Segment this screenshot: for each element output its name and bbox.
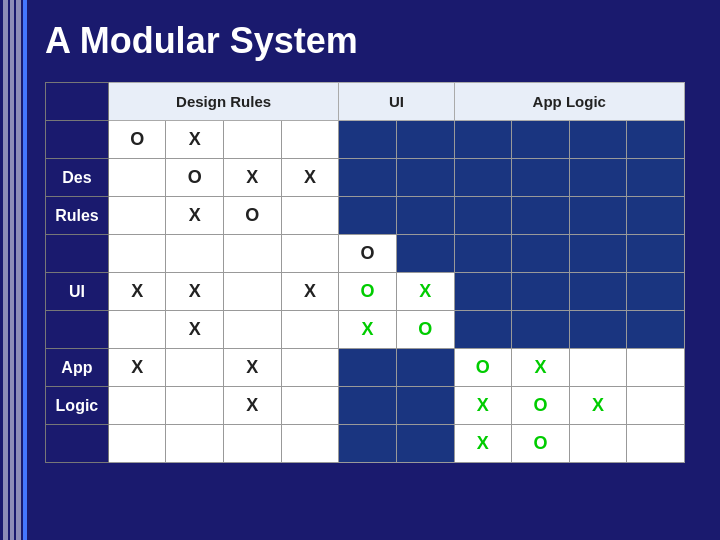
- table-cell: [569, 121, 627, 159]
- table-cell: [108, 197, 166, 235]
- table-cell: X: [454, 387, 512, 425]
- cell-value: X: [246, 357, 258, 377]
- table-cell: X: [166, 311, 224, 349]
- cell-value: O: [188, 167, 202, 187]
- table-row: XXO: [46, 311, 685, 349]
- row-label: [46, 425, 109, 463]
- stripe-2: [10, 0, 15, 540]
- table-cell: [281, 387, 339, 425]
- table-cell: [512, 197, 570, 235]
- table-cell: [627, 311, 685, 349]
- table-cell: [166, 387, 224, 425]
- table-cell: [627, 349, 685, 387]
- table-cell: [166, 235, 224, 273]
- table-cell: [108, 159, 166, 197]
- cell-value: O: [533, 433, 547, 453]
- table-row: OX: [46, 121, 685, 159]
- cell-value: X: [189, 319, 201, 339]
- table-cell: X: [396, 273, 454, 311]
- cell-value: O: [245, 205, 259, 225]
- stripe-blue: [23, 0, 28, 540]
- table-cell: [454, 159, 512, 197]
- table-cell: [396, 121, 454, 159]
- table-cell: [512, 235, 570, 273]
- table-cell: O: [224, 197, 282, 235]
- cell-value: X: [189, 129, 201, 149]
- table-cell: X: [512, 349, 570, 387]
- table-wrapper: Design Rules UI App Logic OXDesOXXRulesX…: [45, 82, 685, 463]
- cell-value: X: [246, 167, 258, 187]
- header-row: Design Rules UI App Logic: [46, 83, 685, 121]
- table-cell: [339, 349, 397, 387]
- table-cell: [396, 159, 454, 197]
- row-label: [46, 121, 109, 159]
- row-label: Logic: [46, 387, 109, 425]
- table-cell: [627, 387, 685, 425]
- cell-value: X: [362, 319, 374, 339]
- table-cell: [454, 235, 512, 273]
- table-cell: [396, 235, 454, 273]
- row-label: [46, 235, 109, 273]
- table-cell: [339, 387, 397, 425]
- table-cell: X: [166, 197, 224, 235]
- table-cell: [396, 197, 454, 235]
- table-cell: [569, 311, 627, 349]
- cell-value: O: [533, 395, 547, 415]
- table-cell: [166, 425, 224, 463]
- table-cell: [108, 425, 166, 463]
- cell-value: X: [304, 281, 316, 301]
- table-row: RulesXO: [46, 197, 685, 235]
- stripe-1: [3, 0, 8, 540]
- table-cell: X: [569, 387, 627, 425]
- table-cell: [339, 425, 397, 463]
- table-cell: [281, 235, 339, 273]
- table-cell: X: [224, 387, 282, 425]
- table-cell: O: [339, 235, 397, 273]
- table-cell: [569, 425, 627, 463]
- table-row: O: [46, 235, 685, 273]
- table-cell: [281, 349, 339, 387]
- table-row: XO: [46, 425, 685, 463]
- table-cell: X: [281, 159, 339, 197]
- table-cell: [339, 197, 397, 235]
- table-cell: [627, 235, 685, 273]
- cell-value: X: [189, 281, 201, 301]
- corner-cell: [46, 83, 109, 121]
- table-cell: [281, 311, 339, 349]
- page-title: A Modular System: [45, 20, 710, 62]
- table-cell: X: [108, 273, 166, 311]
- cell-value: O: [418, 319, 432, 339]
- table-cell: X: [454, 425, 512, 463]
- row-label: UI: [46, 273, 109, 311]
- table-cell: X: [224, 349, 282, 387]
- main-content: A Modular System Design Rules UI App Log…: [35, 20, 710, 530]
- table-cell: [224, 235, 282, 273]
- table-cell: [627, 273, 685, 311]
- table-cell: O: [339, 273, 397, 311]
- table-row: AppXXOX: [46, 349, 685, 387]
- table-cell: [281, 197, 339, 235]
- cell-value: X: [534, 357, 546, 377]
- table-cell: [166, 349, 224, 387]
- cell-value: X: [246, 395, 258, 415]
- table-cell: O: [512, 425, 570, 463]
- table-row: DesOXX: [46, 159, 685, 197]
- table-cell: O: [454, 349, 512, 387]
- table-cell: [627, 121, 685, 159]
- table-cell: X: [166, 273, 224, 311]
- row-label: Rules: [46, 197, 109, 235]
- table-cell: [454, 311, 512, 349]
- cell-value: X: [419, 281, 431, 301]
- table-cell: X: [166, 121, 224, 159]
- table-cell: [108, 387, 166, 425]
- table-cell: [627, 159, 685, 197]
- table-cell: [569, 349, 627, 387]
- cell-value: O: [130, 129, 144, 149]
- table-cell: [569, 273, 627, 311]
- table-cell: [569, 159, 627, 197]
- table-cell: [224, 311, 282, 349]
- table-cell: [281, 121, 339, 159]
- table-cell: [627, 425, 685, 463]
- modular-system-table: Design Rules UI App Logic OXDesOXXRulesX…: [45, 82, 685, 463]
- table-cell: [396, 387, 454, 425]
